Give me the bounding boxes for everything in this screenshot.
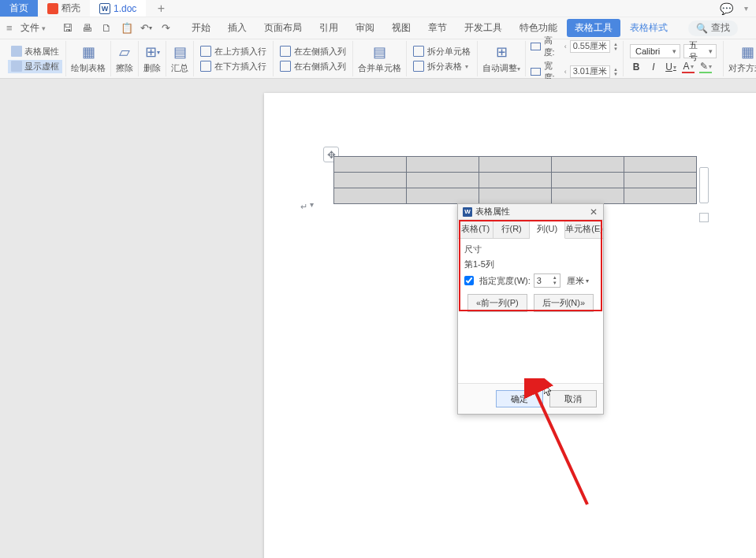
prev-column-button[interactable]: «前一列(P) — [467, 294, 527, 312]
underline-button[interactable]: U▾ — [665, 61, 677, 73]
tab-start[interactable]: 开始 — [184, 19, 218, 37]
width-spinner[interactable]: ▲▼ — [613, 67, 618, 76]
undo-icon[interactable]: ↶▾ — [140, 22, 153, 35]
tab-layout[interactable]: 页面布局 — [256, 19, 310, 37]
dialog-tab-table[interactable]: 表格(T) — [458, 220, 493, 238]
font-buttons: B I U▾ A▾ ✎▾ — [630, 61, 717, 73]
italic-button[interactable]: I — [647, 61, 660, 73]
tab-view[interactable]: 视图 — [384, 19, 419, 37]
paste-icon[interactable]: 📋 — [121, 22, 133, 35]
bold-button[interactable]: B — [630, 61, 642, 73]
document-canvas[interactable]: ✥ ▾ W 表格属性 ✕ 表格(T) 行(R) 列(U) 单元格(E) 尺寸 — [0, 79, 756, 558]
font-size-combo[interactable]: 五号 — [683, 44, 717, 58]
font-group: Calibri 五号 B I U▾ A▾ ✎▾ — [624, 41, 724, 76]
show-gridlines-label: 显示虚框 — [24, 61, 59, 73]
insert-col-right-label: 在右侧插入列 — [294, 61, 346, 73]
word-icon — [99, 3, 110, 14]
search-box[interactable]: 🔍 查找 — [688, 20, 738, 36]
dialog-tab-column[interactable]: 列(U) — [530, 220, 565, 239]
unit-combo[interactable]: 厘米 — [564, 273, 592, 288]
dialog-tab-row[interactable]: 行(R) — [493, 220, 529, 238]
erase-button[interactable]: ▱ 擦除 — [111, 41, 139, 76]
dialog-close-button[interactable]: ✕ — [587, 206, 600, 218]
height-icon — [531, 43, 541, 50]
document-tab-label: 1.doc — [114, 3, 136, 14]
insert-right-icon — [280, 61, 291, 72]
document-table[interactable] — [333, 156, 697, 204]
dimensions-group: 高度: ‹ 0.55厘米 ▲▼ 宽度: ‹ 3.01厘米 ▲▼ — [526, 41, 624, 76]
docer-tab[interactable]: 稻壳 — [38, 0, 90, 17]
align-button[interactable]: ▦ 对齐方式▾ — [724, 41, 756, 76]
split-table-button[interactable]: 拆分表格▾ — [410, 60, 474, 73]
tab-review[interactable]: 审阅 — [348, 19, 382, 37]
section-dropdown-icon[interactable]: ▾ — [310, 200, 314, 209]
tab-reference[interactable]: 引用 — [311, 19, 346, 37]
split-cell-icon — [413, 46, 424, 57]
column-range-label: 第1-5列 — [464, 259, 597, 270]
height-row: 高度: ‹ 0.55厘米 ▲▼ — [531, 35, 618, 58]
quick-access-toolbar: 🖫 🖶 🗋 📋 ↶▾ ↷ — [61, 22, 173, 35]
insert-row-above-button[interactable]: 在上方插入行 — [197, 45, 270, 58]
grid-icon — [11, 61, 22, 72]
autofit-button[interactable]: ⊞ 自动调整▾ — [478, 41, 526, 76]
merge-cells-label: 合并单元格 — [358, 62, 401, 74]
split-group: 拆分单元格 拆分表格▾ — [407, 41, 478, 76]
delete-icon: ⊞▾ — [143, 43, 161, 61]
width-dec[interactable]: ‹ — [564, 68, 567, 76]
next-column-button[interactable]: 后一列(N)» — [534, 294, 594, 312]
insert-row-below-button[interactable]: 在下方插入行 — [197, 60, 270, 73]
tab-devtool[interactable]: 开发工具 — [456, 19, 510, 37]
height-dec[interactable]: ‹ — [564, 43, 567, 50]
tab-chapter[interactable]: 章节 — [420, 19, 455, 37]
delete-button[interactable]: ⊞▾ 删除 — [139, 41, 166, 76]
insert-row-above-label: 在上方插入行 — [214, 46, 266, 58]
height-input[interactable]: 0.55厘米 — [570, 40, 610, 53]
draw-table-icon: ▦ — [80, 43, 97, 61]
print-icon[interactable]: 🖶 — [81, 22, 94, 35]
summary-button[interactable]: ▤ 汇总 — [166, 41, 194, 76]
split-cell-label: 拆分单元格 — [427, 46, 471, 58]
cancel-button[interactable]: 取消 — [549, 390, 597, 407]
split-table-label: 拆分表格 — [427, 61, 462, 73]
height-spinner[interactable]: ▲▼ — [613, 42, 618, 51]
ok-button[interactable]: 确定 — [496, 390, 543, 407]
dialog-titlebar[interactable]: W 表格属性 ✕ — [458, 204, 603, 220]
print-preview-icon[interactable]: 🗋 — [101, 22, 114, 35]
chevron-down-icon: ▾ — [42, 24, 46, 32]
show-gridlines-button[interactable]: 显示虚框 — [8, 60, 62, 73]
width-input[interactable]: 3.01厘米 — [570, 65, 610, 78]
file-menu[interactable]: 文件 ▾ — [16, 21, 50, 35]
tab-table-style[interactable]: 表格样式 — [622, 19, 676, 37]
dropdown-icon[interactable]: ▾ — [744, 4, 748, 13]
app-menu-icon[interactable]: ≡ — [6, 22, 13, 34]
insert-col-right-button[interactable]: 在右侧插入列 — [277, 60, 349, 73]
column-width-input[interactable]: 3 ▲▼ — [534, 273, 560, 288]
comment-icon[interactable]: 💬 — [720, 2, 733, 15]
align-icon: ▦ — [739, 43, 756, 61]
redo-icon[interactable]: ↷ — [160, 22, 173, 35]
column-width-value: 3 — [537, 276, 542, 285]
flame-icon — [47, 3, 58, 14]
width-spinner[interactable]: ▲▼ — [551, 274, 559, 287]
split-cell-button[interactable]: 拆分单元格 — [410, 45, 474, 58]
font-name-combo[interactable]: Calibri — [630, 44, 680, 58]
dialog-tab-cell[interactable]: 单元格(E) — [565, 220, 603, 238]
insert-row-below-label: 在下方插入行 — [214, 61, 266, 73]
tab-insert[interactable]: 插入 — [220, 19, 255, 37]
table-resize-handle-corner[interactable] — [699, 213, 709, 222]
search-placeholder: 查找 — [711, 21, 730, 35]
merge-cells-button[interactable]: ▤ 合并单元格 — [353, 41, 407, 76]
add-tab-button[interactable]: + — [152, 0, 169, 17]
delete-label: 删除 — [143, 62, 161, 74]
insert-below-icon — [200, 61, 211, 72]
table-properties-button[interactable]: 表格属性 — [8, 45, 62, 58]
home-tab[interactable]: 首页 — [0, 0, 38, 17]
file-menu-label: 文件 — [20, 21, 39, 35]
specify-width-checkbox[interactable] — [464, 276, 474, 285]
document-tab[interactable]: 1.doc — [90, 0, 146, 17]
insert-col-left-button[interactable]: 在左侧插入列 — [277, 45, 349, 58]
table-resize-handle-right[interactable] — [699, 167, 709, 203]
summary-icon: ▤ — [171, 43, 188, 61]
draw-table-button[interactable]: ▦ 绘制表格 — [66, 41, 111, 76]
save-icon[interactable]: 🖫 — [61, 22, 74, 35]
